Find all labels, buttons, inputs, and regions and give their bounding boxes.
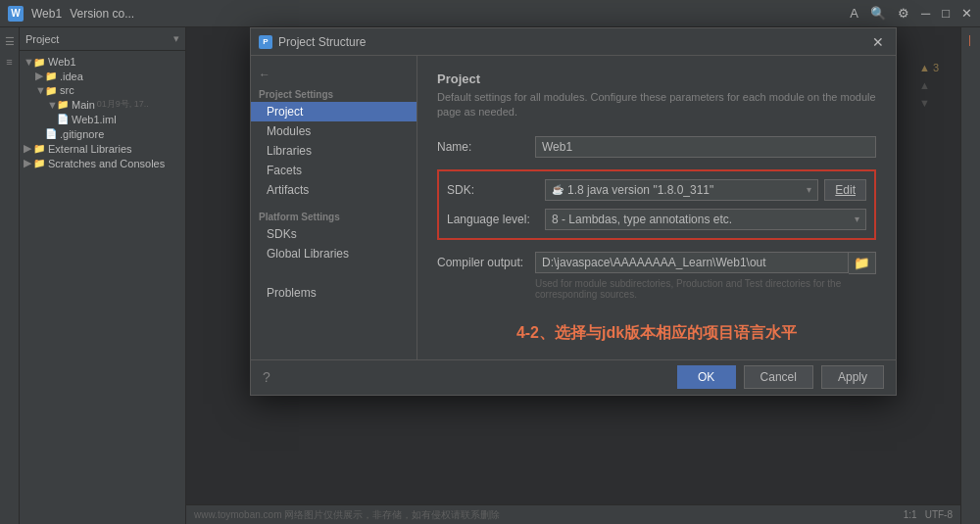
tree-item-gitignore[interactable]: ▶ 📄 .gitignore xyxy=(20,126,185,141)
position-text: 1:1 xyxy=(904,509,917,520)
section-title: Project xyxy=(437,71,876,86)
arrow-scratches: ▶ xyxy=(24,157,33,169)
folder-icon-scratches: 📁 xyxy=(33,158,45,168)
tree-label-ext-libs: External Libraries xyxy=(48,143,132,155)
apply-button[interactable]: Apply xyxy=(821,365,884,389)
settings-icon[interactable]: ⚙ xyxy=(898,6,909,21)
sdk-select-icon: ☕ xyxy=(552,184,564,195)
tree-label-scratches: Scratches and Consoles xyxy=(48,158,165,169)
name-input[interactable] xyxy=(535,136,876,158)
search-icon[interactable]: 🔍 xyxy=(870,6,886,21)
compiler-hint: Used for module subdirectories, Producti… xyxy=(535,278,876,300)
platform-settings-header: Platform Settings xyxy=(251,208,416,224)
dialog-content: Project Default settings for all modules… xyxy=(417,56,896,359)
language-level-select[interactable]: 8 - Lambdas, type annotations etc. ▾ xyxy=(545,209,866,230)
project-tree: ▼ 📁 Web1 ▶ 📁 .idea ▼ 📁 src xyxy=(20,51,185,524)
sdk-highlight-box: SDK: ☕ 1.8 java version "1.8.0_311" ▾ Ed… xyxy=(437,169,876,240)
menu-item-problems[interactable]: Problems xyxy=(251,283,416,303)
structure-icon[interactable]: ≡ xyxy=(6,56,12,68)
maximize-icon[interactable]: □ xyxy=(942,6,950,21)
menu-item-libraries[interactable]: Libraries xyxy=(251,141,416,161)
tree-label-src: src xyxy=(60,84,74,96)
folder-icon-src: 📁 xyxy=(45,85,57,96)
dialog-footer: ? OK Cancel Apply xyxy=(251,359,896,395)
folder-icon-main: 📁 xyxy=(57,99,69,110)
tree-item-ext-libs[interactable]: ▶ 📁 External Libraries xyxy=(20,141,185,156)
menu-item-facets[interactable]: Facets xyxy=(251,161,416,180)
main-area: ▲ 3 ▲ ▼ P Project Structure ✕ xyxy=(186,27,960,524)
main-date: 01月9号, 17.. xyxy=(97,98,149,111)
tree-label-main: Main xyxy=(72,99,95,111)
project-header-label: Project xyxy=(25,33,59,45)
arrow-idea: ▶ xyxy=(35,70,45,82)
tree-item-main[interactable]: ▼ 📁 Main 01月9号, 17.. xyxy=(20,97,185,112)
tree-label-web1iml: Web1.iml xyxy=(72,114,117,125)
back-arrow[interactable]: ← xyxy=(251,64,278,85)
translate-icon[interactable]: A xyxy=(850,6,858,21)
minimize-icon[interactable]: ─ xyxy=(921,6,930,21)
dialog-overlay: P Project Structure ✕ ← Project Settings xyxy=(186,27,960,524)
tree-label-gitignore: .gitignore xyxy=(60,128,104,140)
top-bar-right: A 🔍 ⚙ ─ □ ✕ xyxy=(850,6,972,21)
platform-settings-section: Platform Settings SDKs Global Libraries xyxy=(251,208,416,263)
ok-button[interactable]: OK xyxy=(677,365,736,389)
folder-icon-ext-libs: 📁 xyxy=(33,143,45,154)
arrow-web1iml: ▶ xyxy=(47,113,57,125)
file-icon-gitignore: 📄 xyxy=(45,128,57,139)
dialog-title: Project Structure xyxy=(278,35,862,49)
sdk-edit-button[interactable]: Edit xyxy=(824,179,866,201)
compiler-browse-button[interactable]: 📁 xyxy=(849,252,876,274)
language-level-value: 8 - Lambdas, type annotations etc. xyxy=(552,213,732,226)
project-structure-dialog: P Project Structure ✕ ← Project Settings xyxy=(250,27,897,396)
arrow-gitignore: ▶ xyxy=(35,127,45,140)
sdk-label: SDK: xyxy=(447,183,545,197)
watermark-text: www.toymoban.com 网络图片仅供展示，非存储，如有侵权请联系删除 xyxy=(194,509,500,520)
menu-item-sdks[interactable]: SDKs xyxy=(251,224,416,244)
project-panel: Project ▾ ▼ 📁 Web1 ▶ 📁 .idea ▼ xyxy=(20,27,186,524)
menu-item-modules[interactable]: Modules xyxy=(251,121,416,141)
dialog-icon: P xyxy=(259,35,272,49)
compiler-output-label: Compiler output: xyxy=(437,256,535,269)
version-label: Version co... xyxy=(70,7,134,21)
compiler-output-input[interactable] xyxy=(535,252,849,273)
menu-item-artifacts[interactable]: Artifacts xyxy=(251,180,416,200)
tree-item-src[interactable]: ▼ 📁 src xyxy=(20,83,185,97)
sdk-dropdown-arrow: ▾ xyxy=(807,184,811,195)
arrow-src: ▼ xyxy=(35,84,45,96)
ide-content: ☰ ≡ Project ▾ ▼ 📁 Web1 ▶ 📁 .idea xyxy=(0,27,980,524)
close-window-icon[interactable]: ✕ xyxy=(961,6,972,21)
compiler-output-row: Compiler output: 📁 xyxy=(437,252,876,274)
app-name: Web1 xyxy=(31,7,62,21)
name-row: Name: xyxy=(437,136,876,158)
menu-item-project[interactable]: Project xyxy=(251,102,416,121)
sdk-select[interactable]: ☕ 1.8 java version "1.8.0_311" ▾ xyxy=(545,179,818,201)
tree-item-idea[interactable]: ▶ 📁 .idea xyxy=(20,69,185,83)
dialog-close-button[interactable]: ✕ xyxy=(868,34,888,50)
arrow-main: ▼ xyxy=(47,99,57,111)
ide-window: W Web1 Version co... A 🔍 ⚙ ─ □ ✕ ☰ ≡ Pro… xyxy=(0,0,980,524)
language-level-row: Language level: 8 - Lambdas, type annota… xyxy=(447,209,866,230)
project-icon[interactable]: ☰ xyxy=(5,35,15,48)
cancel-button[interactable]: Cancel xyxy=(744,365,813,389)
sdk-row: SDK: ☕ 1.8 java version "1.8.0_311" ▾ Ed… xyxy=(447,179,866,201)
folder-icon-idea: 📁 xyxy=(45,71,57,81)
help-button[interactable]: ? xyxy=(263,369,270,385)
app-icon: W xyxy=(8,6,24,22)
tree-item-web1[interactable]: ▼ 📁 Web1 xyxy=(20,55,185,69)
dialog-body: ← Project Settings Project Modules Libra… xyxy=(251,56,896,359)
language-level-label: Language level: xyxy=(447,213,545,226)
annotation-text: 4-2、选择与jdk版本相应的项目语言水平 xyxy=(437,323,876,344)
project-header-arrow: ▾ xyxy=(173,32,179,45)
name-label: Name: xyxy=(437,140,535,154)
compiler-input-wrap: 📁 xyxy=(535,252,876,274)
tree-item-scratches[interactable]: ▶ 📁 Scratches and Consoles xyxy=(20,156,185,170)
tree-item-web1iml[interactable]: ▶ 📄 Web1.iml xyxy=(20,112,185,126)
status-text: www.toymoban.com 网络图片仅供展示，非存储，如有侵权请联系删除 xyxy=(194,508,500,522)
language-level-dropdown-arrow: ▾ xyxy=(855,214,859,224)
project-header: Project ▾ xyxy=(20,27,185,51)
top-bar: W Web1 Version co... A 🔍 ⚙ ─ □ ✕ xyxy=(0,0,980,27)
arrow-ext-libs: ▶ xyxy=(24,142,33,155)
dialog-left-menu: ← Project Settings Project Modules Libra… xyxy=(251,56,417,359)
dialog-title-bar: P Project Structure ✕ xyxy=(251,28,896,56)
menu-item-global-libraries[interactable]: Global Libraries xyxy=(251,244,416,263)
